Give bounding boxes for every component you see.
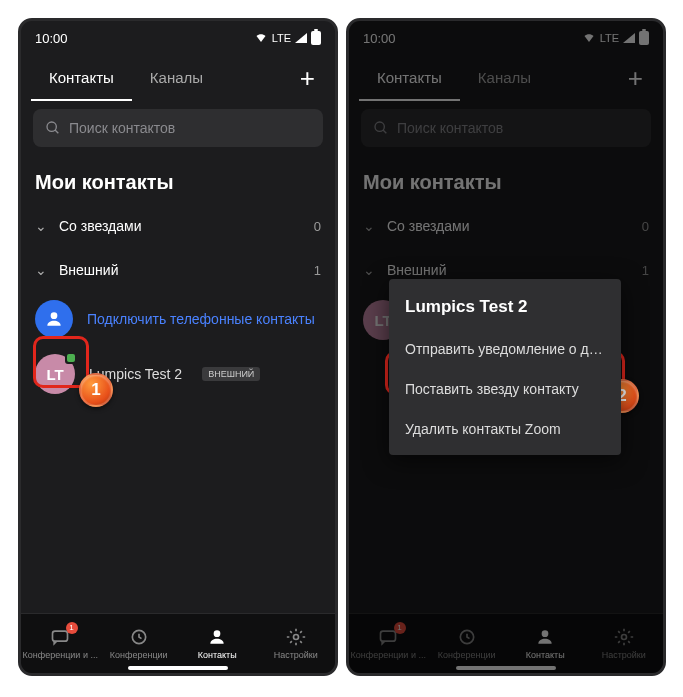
tab-channels[interactable]: Каналы [132, 55, 221, 101]
nav-contacts-label: Контакты [526, 650, 565, 660]
tab-contacts[interactable]: Контакты [359, 55, 460, 101]
nav-meetings[interactable]: Конференции [428, 614, 507, 673]
network-label: LTE [600, 32, 619, 44]
top-tabs: Контакты Каналы + [349, 55, 663, 101]
connect-label: Подключить телефонные контакты [87, 311, 315, 327]
tab-channels[interactable]: Каналы [460, 55, 549, 101]
nav-chat-label: Конференции и ... [23, 650, 98, 660]
contacts-icon [535, 627, 555, 647]
person-icon [35, 300, 73, 338]
nav-settings[interactable]: Настройки [585, 614, 664, 673]
nav-chat[interactable]: Конференции и ... 1 [21, 614, 100, 673]
status-bar: 10:00 LTE [21, 21, 335, 55]
badge-count: 1 [66, 622, 78, 634]
group-external[interactable]: ⌄ Внешний 1 [21, 248, 335, 292]
group-external-label: Внешний [381, 262, 642, 278]
group-starred-count: 0 [642, 219, 649, 234]
chevron-down-icon: ⌄ [35, 218, 53, 234]
nav-meetings[interactable]: Конференции [100, 614, 179, 673]
status-time: 10:00 [35, 31, 68, 46]
search-placeholder: Поиск контактов [69, 120, 175, 136]
menu-item-star[interactable]: Поставить звезду контакту [389, 369, 621, 409]
svg-point-7 [375, 122, 384, 131]
nav-settings[interactable]: Настройки [257, 614, 336, 673]
group-starred[interactable]: ⌄ Со звездами 0 [21, 204, 335, 248]
svg-line-8 [383, 130, 386, 133]
phone-screen-left: 10:00 LTE Контакты Каналы + Поиск контак… [18, 18, 338, 676]
search-placeholder: Поиск контактов [397, 120, 503, 136]
home-indicator [128, 666, 228, 670]
battery-icon [311, 31, 321, 45]
svg-rect-3 [53, 631, 68, 641]
chevron-down-icon: ⌄ [363, 262, 381, 278]
chevron-down-icon: ⌄ [363, 218, 381, 234]
nav-contacts-label: Контакты [198, 650, 237, 660]
group-starred-label: Со звездами [381, 218, 642, 234]
bottom-nav: Конференции и ... 1 Конференции Контакты… [21, 613, 335, 673]
group-starred-label: Со звездами [53, 218, 314, 234]
svg-line-1 [55, 130, 58, 133]
network-label: LTE [272, 32, 291, 44]
menu-item-notify[interactable]: Отправить уведомление о дос... [389, 329, 621, 369]
group-starred[interactable]: ⌄ Со звездами 0 [349, 204, 663, 248]
search-icon [373, 120, 389, 136]
callout-1: 1 [79, 373, 113, 407]
contacts-icon [207, 627, 227, 647]
svg-point-6 [293, 635, 298, 640]
search-icon [45, 120, 61, 136]
svg-point-2 [51, 312, 58, 319]
nav-contacts[interactable]: Контакты [178, 614, 257, 673]
clock-icon [129, 627, 149, 647]
wifi-icon [582, 32, 596, 44]
search-input[interactable]: Поиск контактов [361, 109, 651, 147]
add-button[interactable]: + [290, 63, 325, 94]
nav-meetings-label: Конференции [438, 650, 496, 660]
tab-contacts[interactable]: Контакты [31, 55, 132, 101]
phone-screen-right: 10:00 LTE Контакты Каналы + Поиск контак… [346, 18, 666, 676]
group-external-count: 1 [642, 263, 649, 278]
top-tabs: Контакты Каналы + [21, 55, 335, 101]
group-starred-count: 0 [314, 219, 321, 234]
nav-meetings-label: Конференции [110, 650, 168, 660]
section-title: Мои контакты [21, 155, 335, 204]
context-menu: Lumpics Test 2 Отправить уведомление о д… [389, 279, 621, 455]
menu-item-remove[interactable]: Удалить контакты Zoom [389, 409, 621, 449]
context-menu-title: Lumpics Test 2 [389, 293, 621, 329]
battery-icon [639, 31, 649, 45]
gear-icon [614, 627, 634, 647]
search-input[interactable]: Поиск контактов [33, 109, 323, 147]
nav-settings-label: Настройки [274, 650, 318, 660]
signal-icon [623, 33, 635, 43]
home-indicator [456, 666, 556, 670]
section-title: Мои контакты [349, 155, 663, 204]
status-bar: 10:00 LTE [349, 21, 663, 55]
svg-point-11 [542, 630, 549, 637]
status-time: 10:00 [363, 31, 396, 46]
bottom-nav: Конференции и ... 1 Конференции Контакты… [349, 613, 663, 673]
nav-chat-label: Конференции и ... [351, 650, 426, 660]
wifi-icon [254, 32, 268, 44]
add-button[interactable]: + [618, 63, 653, 94]
gear-icon [286, 627, 306, 647]
svg-point-12 [621, 635, 626, 640]
svg-point-0 [47, 122, 56, 131]
clock-icon [457, 627, 477, 647]
group-external-label: Внешний [53, 262, 314, 278]
status-icons: LTE [582, 31, 649, 45]
nav-settings-label: Настройки [602, 650, 646, 660]
svg-point-5 [214, 630, 221, 637]
nav-contacts[interactable]: Контакты [506, 614, 585, 673]
chevron-down-icon: ⌄ [35, 262, 53, 278]
nav-chat[interactable]: Конференции и ... 1 [349, 614, 428, 673]
external-badge: ВНЕШНИЙ [202, 367, 260, 381]
badge-count: 1 [394, 622, 406, 634]
status-icons: LTE [254, 31, 321, 45]
group-external-count: 1 [314, 263, 321, 278]
svg-rect-9 [381, 631, 396, 641]
signal-icon [295, 33, 307, 43]
